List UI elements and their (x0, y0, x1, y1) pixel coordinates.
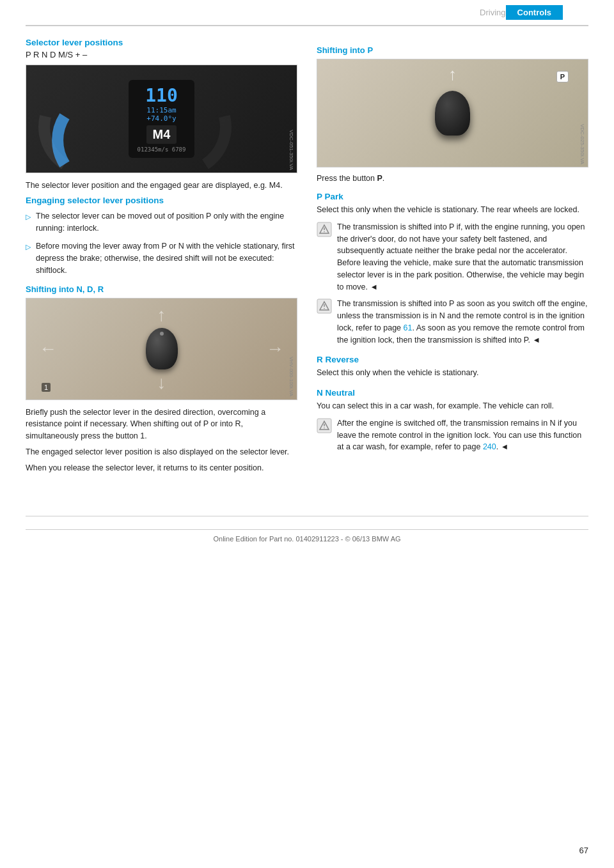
park-body: Select this only when the vehicle is sta… (317, 204, 588, 216)
header-tabs: Driving Controls (480, 5, 563, 20)
note2-link[interactable]: 61 (404, 323, 413, 332)
reverse-title: R Reverse (317, 355, 588, 364)
note-triangle-icon-1 (317, 222, 332, 237)
section1-subtitle: P R N D M/S + – (26, 50, 297, 59)
neutral-body: You can select this in a car wash, for e… (317, 400, 588, 412)
footer-divider (26, 516, 588, 516)
note2-text: The transmission is shifted into P as so… (337, 298, 588, 346)
gear-p-image: ↑ P VDC-025-350i.VA (317, 59, 588, 167)
main-content: Selector lever positions P R N D M/S + –… (0, 26, 614, 477)
shifting-ndr-body3: When you release the selector lever, it … (26, 462, 297, 474)
bullet-text-2: Before moving the lever away from P or N… (36, 240, 297, 276)
note3-link[interactable]: 240 (483, 442, 496, 451)
note-triangle-icon-3 (317, 418, 332, 433)
shifting-p-title: Shifting into P (317, 45, 588, 55)
gear-button-label: 1 (42, 383, 51, 392)
gear-p-display: ↑ P (317, 59, 588, 167)
header-bar: Driving Controls (26, 0, 588, 26)
p-bold: P (377, 174, 382, 183)
note1-triangle: ◄ (370, 283, 377, 291)
dash-odo-value: 012345m/s 6789 (138, 146, 186, 153)
svg-point-7 (324, 308, 325, 309)
reverse-body: Select this only when the vehicle is sta… (317, 367, 588, 379)
section1-title: Selector lever positions (26, 38, 297, 47)
shifting-ndr-body1-text: Briefly push the selector lever in the d… (26, 408, 265, 441)
dashboard-center-display: 110 11:15am +74.0°y M4 012345m/s 6789 (129, 80, 195, 158)
controls-tab-label: Controls (506, 5, 563, 20)
section2-title: Engaging selector lever positions (26, 196, 297, 205)
gear-knob (146, 328, 178, 369)
bullet-item-2: ▷ Before moving the lever away from P or… (26, 240, 297, 276)
arrow-left-icon: ← (39, 339, 57, 359)
note1-text-content: The transmission is shifted into P if, w… (337, 222, 585, 291)
shifting-ndr-body2: The engaged selector lever position is a… (26, 446, 297, 458)
note-triangle-icon-2 (317, 298, 332, 314)
dashboard-display-container: 110 11:15am +74.0°y M4 012345m/s 6789 (26, 65, 297, 173)
neutral-title: N Neutral (317, 388, 588, 398)
shifting-ndr-title: Shifting into N, D, R (26, 284, 297, 294)
note1-text: The transmission is shifted into P if, w… (337, 221, 588, 293)
footer-area: Online Edition for Part no. 01402911223 … (0, 516, 614, 548)
page-number: 67 (579, 846, 588, 855)
gear-p-knob (435, 91, 470, 136)
svg-point-11 (324, 427, 325, 428)
arrow-up-icon: ↑ (157, 305, 166, 325)
note-icon-2 (317, 298, 332, 314)
note3-text: After the engine is switched off, the tr… (337, 417, 588, 453)
gear-p-arrow-icon: ↑ (448, 65, 457, 84)
image-watermark: VDC-051-350i.VA (288, 130, 294, 170)
driving-tab-label: Driving (480, 8, 505, 17)
dash-speed-value: 110 (138, 85, 186, 106)
arrow-down-icon: ↓ (157, 373, 166, 393)
gear-selector-display: ↑ ← → ↓ 1 (26, 298, 297, 399)
bullet-text-1: The selector lever can be moved out of p… (36, 210, 297, 235)
engaging-bullets: ▷ The selector lever can be moved out of… (26, 210, 297, 277)
bullet-arrow-2: ▷ (26, 242, 31, 252)
left-column: Selector lever positions P R N D M/S + –… (26, 38, 297, 477)
arrow-right-icon: → (266, 339, 284, 359)
bullet-arrow-1: ▷ (26, 212, 31, 222)
dashboard-image: 110 11:15am +74.0°y M4 012345m/s 6789 VD… (26, 65, 297, 173)
dash-temp-value: +74.0°y (138, 114, 186, 123)
note-box-2: The transmission is shifted into P as so… (317, 298, 588, 346)
footer-text: Online Edition for Part no. 01402911223 … (26, 529, 588, 548)
right-column: Shifting into P ↑ P VDC-025-350i.VA Pres… (317, 38, 588, 477)
p-label: P (556, 71, 569, 82)
note-icon-1 (317, 222, 332, 237)
shifting-ndr-body1: Briefly push the selector lever in the d… (26, 407, 297, 442)
svg-point-3 (324, 231, 325, 232)
dash-time-value: 11:15am (138, 106, 186, 114)
press-p-text: Press the button P. (317, 174, 588, 183)
note-box-1: The transmission is shifted into P if, w… (317, 221, 588, 293)
gear-image-watermark: VHV-000-100i.VA (288, 357, 294, 396)
section1-body: The selector lever position and the enga… (26, 180, 297, 192)
gear-selector-image: ↑ ← → ↓ 1 VHV-000-100i.VA (26, 298, 297, 400)
bullet-item-1: ▷ The selector lever can be moved out of… (26, 210, 297, 235)
dash-mode-value: M4 (146, 125, 177, 144)
note-icon-3 (317, 418, 332, 433)
gear-p-watermark: VDC-025-350i.VA (579, 124, 585, 164)
park-title: P Park (317, 192, 588, 201)
note-box-3: After the engine is switched off, the tr… (317, 417, 588, 453)
